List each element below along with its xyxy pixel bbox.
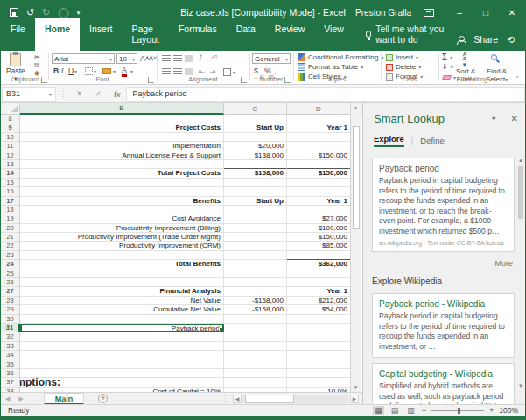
cell-D26[interactable]	[287, 278, 351, 287]
row-header-32[interactable]: 32	[1, 332, 20, 341]
fill-color-icon[interactable]	[102, 68, 111, 74]
cell-D8[interactable]	[287, 115, 351, 123]
row-header-31[interactable]: 31	[1, 324, 20, 332]
cell-D17[interactable]: Year 1	[287, 197, 351, 206]
align-top-icon[interactable]	[162, 55, 171, 62]
cell-B28[interactable]: Net Value	[20, 297, 224, 305]
tab-formulas[interactable]: Formulas	[169, 18, 227, 51]
zoom-in-icon[interactable]: +	[489, 406, 494, 415]
row-header-13[interactable]: 13	[1, 160, 20, 169]
format-as-table-button[interactable]: Format as Table▾	[298, 63, 363, 71]
column-header-C[interactable]: C	[224, 103, 287, 114]
cell-B12[interactable]: Annual License Fees & Support	[20, 151, 224, 160]
pane-scroll-down-icon[interactable]: ▼	[516, 383, 525, 388]
cell-D30[interactable]	[287, 315, 351, 324]
row-header-14[interactable]: 14	[1, 169, 20, 178]
activity-history-icon[interactable]: ⟲	[507, 34, 515, 45]
cell-B9[interactable]: Project Costs	[20, 123, 224, 132]
row-header-26[interactable]: 26	[1, 278, 20, 287]
cell-D21[interactable]: $150,000	[287, 233, 351, 242]
borders-dropdown-icon[interactable]: ▾	[94, 69, 96, 74]
close-button[interactable]: ✕	[499, 0, 525, 24]
number-format-combo[interactable]: General▾	[252, 53, 291, 64]
cell-D12[interactable]: $150,000	[287, 151, 351, 160]
tab-view[interactable]: View	[314, 18, 354, 51]
zoom-slider-thumb[interactable]	[458, 408, 460, 414]
align-center-icon[interactable]	[173, 68, 182, 75]
cell-D33[interactable]	[287, 342, 351, 351]
cell-C19[interactable]	[224, 214, 287, 223]
tell-me-box[interactable]: Tell me what you want to do	[366, 24, 457, 51]
zoom-slider[interactable]	[431, 410, 484, 411]
row-header-25[interactable]: 25	[1, 270, 20, 278]
cell-C36[interactable]	[224, 369, 287, 378]
cell-C12[interactable]: $138,000	[224, 151, 287, 160]
cell-B34[interactable]	[20, 351, 224, 360]
pane-close-icon[interactable]: ✕	[511, 114, 518, 123]
row-header-36[interactable]: 36	[1, 369, 20, 378]
align-right-icon[interactable]	[185, 68, 193, 75]
zoom-level[interactable]: 100%	[499, 406, 518, 415]
underline-button[interactable]: U	[68, 67, 74, 75]
page-layout-view-icon[interactable]: ▤	[389, 406, 401, 415]
cell-B29[interactable]: Cumulative Net Value	[20, 305, 224, 314]
cell-D23[interactable]	[287, 251, 351, 260]
save-icon[interactable]	[10, 8, 18, 17]
cell-B16[interactable]	[20, 187, 224, 196]
number-dialog-launcher[interactable]	[284, 77, 291, 83]
sheet-nav-right-icon[interactable]: ▶	[18, 396, 23, 402]
row-header-9[interactable]: 9	[1, 123, 20, 132]
column-header-D[interactable]: D	[287, 103, 351, 114]
cell-C27[interactable]	[224, 287, 287, 296]
cell-B26[interactable]	[20, 278, 224, 287]
minimize-button[interactable]: –	[446, 0, 473, 24]
font-dialog-launcher[interactable]	[148, 77, 154, 83]
cell-C23[interactable]	[224, 251, 287, 260]
underline-dropdown-icon[interactable]: ▾	[74, 69, 77, 74]
wikipedia-link-2[interactable]: Capital budgeting - Wikipedia	[379, 369, 508, 379]
cell-B23[interactable]	[20, 251, 224, 260]
page-break-view-icon[interactable]: ▥	[405, 406, 417, 415]
cell-B36[interactable]	[20, 369, 224, 378]
tab-home[interactable]: Home	[35, 18, 80, 51]
row-header-35[interactable]: 35	[1, 360, 20, 369]
align-left-icon[interactable]	[162, 68, 171, 75]
cell-B8[interactable]	[20, 115, 224, 123]
undo-icon[interactable]: ↺	[26, 8, 34, 18]
column-header-B[interactable]: B	[20, 103, 224, 115]
cell-B17[interactable]: Benefits	[20, 197, 224, 206]
italic-button[interactable]: I	[61, 67, 63, 75]
cell-C25[interactable]	[224, 270, 287, 278]
cell-D34[interactable]	[287, 351, 351, 360]
horizontal-scrollbar[interactable]	[243, 395, 348, 403]
cell-D16[interactable]	[287, 187, 351, 196]
cell-D28[interactable]: $212,000	[287, 297, 351, 305]
copy-icon[interactable]: ⧉	[34, 62, 39, 69]
hscroll-splitter[interactable]: ⋮	[221, 395, 228, 402]
cell-B18[interactable]	[20, 206, 224, 214]
cell-D15[interactable]	[287, 178, 351, 187]
bold-button[interactable]: B	[53, 67, 59, 75]
conditional-formatting-button[interactable]: Conditional Formatting▾	[298, 53, 384, 61]
cell-C16[interactable]	[224, 187, 287, 196]
cell-B11[interactable]: Implementation	[20, 142, 224, 150]
cell-C18[interactable]	[224, 206, 287, 214]
cell-C32[interactable]	[224, 332, 287, 341]
wikipedia-link-1[interactable]: Payback period - Wikipedia	[379, 299, 508, 309]
pane-scroll-thumb[interactable]	[518, 166, 523, 219]
cell-B32[interactable]	[20, 332, 224, 341]
cell-D36[interactable]	[287, 369, 351, 378]
formula-input[interactable]: Payback period	[126, 87, 525, 102]
confirm-entry-icon[interactable]: ✓	[95, 89, 102, 98]
cell-C11[interactable]: $20,000	[224, 142, 287, 150]
tab-file[interactable]: File	[1, 18, 35, 51]
insert-function-icon[interactable]: fx	[114, 89, 120, 99]
cell-B13[interactable]	[20, 160, 224, 169]
cell-C8[interactable]	[224, 115, 287, 123]
cell-D27[interactable]: Year 1	[287, 287, 351, 296]
shrink-font-icon[interactable]: A˅	[149, 55, 157, 62]
cell-C20[interactable]	[224, 224, 287, 233]
cell-C26[interactable]	[224, 278, 287, 287]
cell-B21[interactable]: Productivity Improvement (Trade Order Mg…	[20, 233, 224, 242]
wikipedia-card-1[interactable]: Payback period - Wikipedia Payback perio…	[372, 293, 515, 358]
